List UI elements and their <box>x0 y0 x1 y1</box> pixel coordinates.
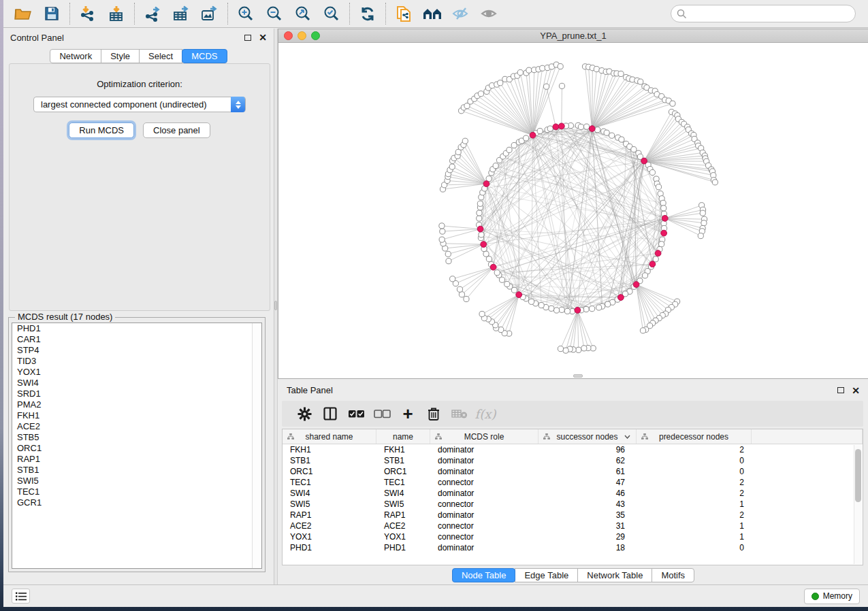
graph-node[interactable] <box>450 276 455 282</box>
graph-node[interactable] <box>712 180 718 185</box>
import-network-button[interactable] <box>74 1 102 26</box>
table-scrollbar-thumb[interactable] <box>855 449 861 502</box>
graph-node[interactable] <box>701 220 707 226</box>
graph-node[interactable] <box>670 101 675 106</box>
mcds-result-list[interactable]: PHD1CAR1STP4TID3YOX1SWI4SRD1PMA2FKH1ACE2… <box>12 323 262 569</box>
graph-node[interactable] <box>494 270 500 276</box>
graph-node-dominator[interactable] <box>516 292 522 298</box>
graph-node[interactable] <box>537 128 543 133</box>
memory-button[interactable]: Memory <box>804 589 860 604</box>
graph-node-dominator[interactable] <box>661 230 667 236</box>
graph-node[interactable] <box>477 210 482 216</box>
graph-node[interactable] <box>631 146 637 152</box>
graph-node[interactable] <box>659 242 664 247</box>
create-column-button[interactable]: + <box>395 403 421 425</box>
import-table-button[interactable] <box>102 1 131 26</box>
table-row[interactable]: SWI4SWI4dominator462 <box>283 488 863 499</box>
mcds-result-item[interactable]: PHD1 <box>12 323 261 334</box>
graph-node-dominator[interactable] <box>655 250 661 257</box>
graph-node-dominator[interactable] <box>530 132 536 138</box>
table-row[interactable]: STB1STB1dominator620 <box>283 455 863 466</box>
graph-node[interactable] <box>445 251 451 257</box>
graph-node[interactable] <box>486 257 492 262</box>
task-history-button[interactable] <box>12 589 30 604</box>
graph-node[interactable] <box>619 137 624 142</box>
graph-node[interactable] <box>698 233 703 239</box>
graph-node[interactable] <box>559 307 564 312</box>
table-row[interactable]: FKH1FKH1dominator962 <box>283 444 863 455</box>
column-header-shared-name[interactable]: shared name <box>283 429 376 444</box>
close-table-panel-icon[interactable]: ✕ <box>852 387 860 394</box>
graph-node[interactable] <box>559 83 564 88</box>
horizontal-divider-handle[interactable] <box>573 374 583 378</box>
graph-node[interactable] <box>638 79 643 84</box>
table-row[interactable]: RAP1RAP1dominator352 <box>283 510 863 521</box>
tab-edge-table[interactable]: Edge Table <box>515 568 578 582</box>
graph-node[interactable] <box>700 210 705 216</box>
graph-node[interactable] <box>540 65 545 71</box>
refresh-button[interactable] <box>353 1 382 26</box>
tab-motifs[interactable]: Motifs <box>652 568 694 582</box>
tab-select[interactable]: Select <box>139 49 182 63</box>
run-mcds-button[interactable]: Run MCDS <box>69 122 134 138</box>
graph-node[interactable] <box>449 164 455 169</box>
graph-node[interactable] <box>440 229 445 234</box>
table-settings-button[interactable] <box>291 403 317 425</box>
graph-node[interactable] <box>477 201 483 206</box>
graph-node[interactable] <box>507 147 512 152</box>
graph-node[interactable] <box>558 64 563 69</box>
tab-network[interactable]: Network <box>50 49 101 63</box>
column-header-predecessor-nodes[interactable]: predecessor nodes <box>637 429 752 444</box>
graph-node-dominator[interactable] <box>649 261 656 267</box>
graph-node-dominator[interactable] <box>633 282 639 288</box>
delete-table-button[interactable] <box>447 403 472 425</box>
graph-node[interactable] <box>446 259 451 264</box>
table-row[interactable]: ORC1ORC1dominator610 <box>283 466 863 477</box>
export-network-button[interactable] <box>138 1 167 26</box>
graph-node-dominator[interactable] <box>575 307 581 313</box>
mcds-result-item[interactable]: TID3 <box>12 356 261 367</box>
graph-node[interactable] <box>528 299 534 304</box>
save-session-button[interactable] <box>37 1 66 26</box>
float-table-panel-icon[interactable] <box>837 387 844 393</box>
mcds-result-item[interactable]: PMA2 <box>12 399 261 410</box>
show-column-panel-button[interactable] <box>317 403 343 425</box>
tab-node-table[interactable]: Node Table <box>452 568 516 582</box>
graph-node[interactable] <box>493 163 498 169</box>
graph-node[interactable] <box>524 135 529 141</box>
graph-node[interactable] <box>498 80 503 86</box>
graph-node-dominator[interactable] <box>558 123 564 129</box>
tab-mcds[interactable]: MCDS <box>182 49 227 63</box>
select-all-button[interactable] <box>343 403 369 425</box>
graph-node[interactable] <box>605 301 611 307</box>
graph-node[interactable] <box>547 126 553 131</box>
mcds-list-scrollbar[interactable] <box>252 323 261 568</box>
graph-node-dominator[interactable] <box>617 295 624 301</box>
show-all-button[interactable] <box>475 1 504 26</box>
mcds-result-item[interactable]: YOX1 <box>12 367 261 378</box>
mcds-result-item[interactable]: SRD1 <box>12 389 261 399</box>
graph-node[interactable] <box>439 223 445 229</box>
graph-node-dominator[interactable] <box>641 158 647 164</box>
table-row[interactable]: TEC1TEC1connector472 <box>283 477 863 488</box>
graph-node-dominator[interactable] <box>477 226 483 232</box>
graph-node[interactable] <box>558 346 563 351</box>
graph-node[interactable] <box>479 232 484 237</box>
hide-selected-button[interactable] <box>447 1 475 26</box>
graph-node[interactable] <box>581 346 587 351</box>
network-view-titlebar[interactable]: YPA_prune.txt_1 <box>278 29 868 43</box>
graph-node[interactable] <box>462 138 468 144</box>
graph-node-dominator[interactable] <box>490 264 496 270</box>
network-canvas[interactable] <box>278 43 868 378</box>
graph-node[interactable] <box>511 287 517 293</box>
graph-node[interactable] <box>543 84 549 89</box>
table-row[interactable]: PHD1PHD1dominator180 <box>283 542 863 553</box>
graph-node[interactable] <box>660 200 666 205</box>
table-row[interactable]: SWI5SWI5connector431 <box>283 499 863 510</box>
graph-node[interactable] <box>642 273 647 278</box>
graph-node[interactable] <box>583 306 589 312</box>
graph-node[interactable] <box>640 328 645 333</box>
table-scrollbar[interactable] <box>854 445 862 564</box>
graph-node-dominator[interactable] <box>481 242 487 248</box>
divider-handle-icon[interactable] <box>274 301 277 310</box>
